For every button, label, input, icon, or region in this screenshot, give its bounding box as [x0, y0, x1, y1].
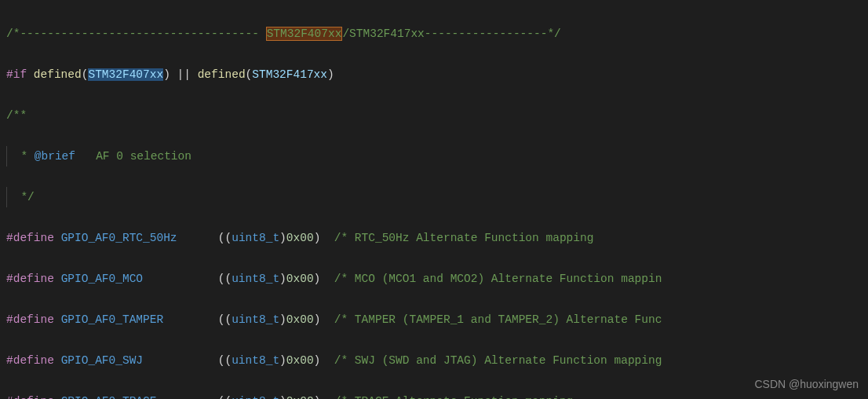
cast-close-paren: ) [279, 232, 286, 244]
code-line: /** [6, 105, 862, 126]
cast-open: (( [218, 313, 232, 326]
code-line: /*----------------------------------- ST… [6, 24, 862, 44]
pad [143, 273, 218, 285]
paren: ) [327, 68, 334, 81]
cast-open: (( [218, 354, 232, 367]
trailing-comment: /* RTC_50Hz Alternate Function mapping [334, 232, 594, 244]
directive-if: #if [6, 68, 27, 81]
paren: ) [314, 232, 321, 244]
func-defined: defined [198, 68, 246, 81]
doc-star: * [7, 150, 35, 163]
directive-define: #define [6, 395, 54, 399]
type-name: uint8_t [232, 232, 279, 244]
doc-tag: @brief [35, 150, 75, 163]
cast-close-paren: ) [279, 354, 286, 367]
paren: ) [314, 354, 321, 367]
pad [143, 354, 218, 367]
pad [156, 395, 217, 399]
code-line: #define GPIO_AF0_TRACE ((uint8_t)0x00) /… [6, 391, 862, 399]
define-name: GPIO_AF0_TRACE [61, 395, 157, 399]
trailing-comment: /* TAMPER (TAMPER_1 and TAMPER_2) Altern… [334, 313, 662, 326]
macro-arg: STM32F417xx [252, 68, 327, 81]
hex-value: 0x00 [286, 313, 314, 326]
cast-close-paren: ) [279, 395, 286, 399]
comment-suffix: ------------------*/ [425, 27, 561, 40]
paren: ) [314, 273, 321, 285]
trailing-comment: /* TRACE Alternate Function mapping [334, 395, 574, 399]
hex-value: 0x00 [286, 354, 314, 367]
trailing-comment: /* MCO (MCO1 and MCO2) Alternate Functio… [334, 273, 662, 285]
define-name: GPIO_AF0_TAMPER [61, 313, 164, 326]
comment-chip2: STM32F417xx [349, 27, 425, 40]
watermark: CSDN @huoxingwen [755, 374, 859, 394]
cast-open: (( [218, 395, 232, 399]
func-defined: defined [34, 68, 82, 81]
type-name: uint8_t [232, 395, 279, 399]
code-editor[interactable]: /*----------------------------------- ST… [0, 0, 868, 399]
cast-open: (( [218, 232, 232, 244]
pad [163, 313, 218, 326]
search-highlight: STM32F407xx [266, 27, 343, 41]
code-line: * @brief AF 0 selection [6, 146, 862, 167]
doc-open: /** [6, 109, 27, 122]
define-name: GPIO_AF0_SWJ [61, 354, 143, 367]
selection-highlight: STM32F407xx [88, 68, 163, 81]
type-name: uint8_t [232, 354, 279, 367]
directive-define: #define [6, 232, 54, 244]
paren: ( [246, 68, 253, 81]
code-line: #define GPIO_AF0_TAMPER ((uint8_t)0x00) … [6, 309, 862, 330]
directive-define: #define [6, 354, 54, 367]
comment-prefix: /*----------------------------------- [6, 27, 266, 40]
code-line: #if defined(STM32F407xx) || defined(STM3… [6, 64, 862, 85]
hex-value: 0x00 [286, 273, 314, 285]
define-name: GPIO_AF0_MCO [61, 273, 143, 285]
paren: ) [314, 395, 321, 399]
directive-define: #define [6, 313, 54, 326]
type-name: uint8_t [232, 313, 279, 326]
paren: ) [314, 313, 321, 326]
code-line: #define GPIO_AF0_SWJ ((uint8_t)0x00) /* … [6, 350, 862, 371]
type-name: uint8_t [232, 273, 279, 285]
directive-define: #define [6, 273, 54, 285]
cast-close-paren: ) [279, 313, 286, 326]
hex-value: 0x00 [286, 395, 314, 399]
doc-text: AF 0 selection [75, 150, 191, 163]
hex-value: 0x00 [286, 232, 314, 244]
paren: ) [163, 68, 170, 81]
doc-close: */ [7, 191, 35, 203]
trailing-comment: /* SWJ (SWD and JTAG) Alternate Function… [334, 354, 662, 367]
code-line: #define GPIO_AF0_RTC_50Hz ((uint8_t)0x00… [6, 228, 862, 248]
cast-open: (( [218, 273, 232, 285]
comment-sep: / [342, 27, 349, 40]
cast-close-paren: ) [279, 273, 286, 285]
code-line: #define GPIO_AF0_MCO ((uint8_t)0x00) /* … [6, 269, 862, 289]
operator-or: || [177, 68, 191, 81]
pad [177, 232, 218, 244]
define-name: GPIO_AF0_RTC_50Hz [61, 232, 177, 244]
code-line: */ [6, 187, 862, 207]
